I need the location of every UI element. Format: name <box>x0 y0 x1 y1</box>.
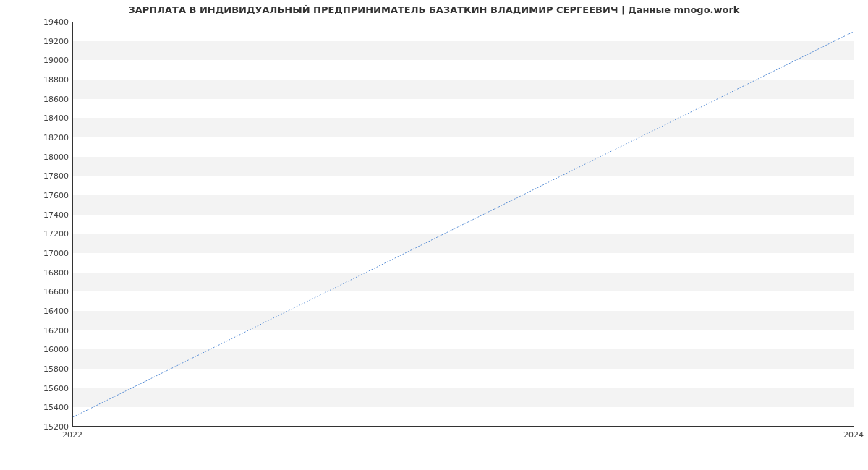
plot-area <box>72 22 854 427</box>
y-tick-label: 19400 <box>4 17 69 27</box>
y-tick-label: 15600 <box>4 383 69 393</box>
series-layer <box>73 22 854 426</box>
chart-title: ЗАРПЛАТА В ИНДИВИДУАЛЬНЫЙ ПРЕДПРИНИМАТЕЛ… <box>0 4 868 15</box>
y-tick-label: 16000 <box>4 345 69 354</box>
y-tick-label: 15400 <box>4 403 69 412</box>
y-tick-label: 15200 <box>4 422 69 432</box>
x-tick-label: 2022 <box>62 430 82 440</box>
x-tick-label: 2024 <box>843 430 864 440</box>
y-tick-label: 17800 <box>4 171 69 181</box>
chart-container: ЗАРПЛАТА В ИНДИВИДУАЛЬНЫЙ ПРЕДПРИНИМАТЕЛ… <box>0 0 868 470</box>
y-tick-label: 18800 <box>4 75 69 85</box>
y-tick-label: 18200 <box>4 133 69 142</box>
y-tick-label: 18000 <box>4 152 69 161</box>
y-tick-label: 16400 <box>4 307 69 316</box>
y-tick-label: 17600 <box>4 191 69 200</box>
y-tick-label: 18600 <box>4 94 69 103</box>
y-tick-label: 18400 <box>4 114 69 123</box>
y-tick-label: 17200 <box>4 229 69 239</box>
y-tick-label: 16600 <box>4 287 69 296</box>
y-tick-label: 16800 <box>4 268 69 277</box>
y-tick-label: 19200 <box>4 36 69 46</box>
y-tick-label: 17400 <box>4 210 69 219</box>
y-tick-label: 19000 <box>4 56 69 65</box>
y-tick-label: 17000 <box>4 249 69 258</box>
y-tick-label: 15800 <box>4 364 69 374</box>
y-tick-label: 16200 <box>4 325 69 335</box>
series-line <box>73 31 854 416</box>
